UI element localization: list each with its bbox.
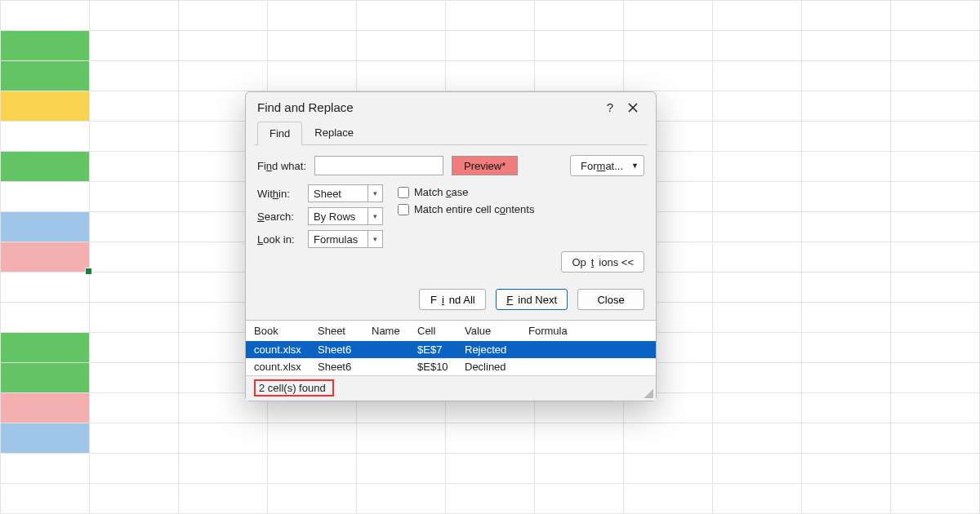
- col-cell[interactable]: Cell: [417, 325, 465, 337]
- table-row[interactable]: count.xlsx Sheet6 $E$7 Rejected: [246, 341, 656, 358]
- search-value: By Rows: [309, 210, 368, 223]
- tab-replace[interactable]: Replace: [302, 121, 366, 144]
- status-text: 2 cell(s) found: [254, 379, 334, 397]
- cell-name: [372, 343, 417, 356]
- chevron-down-icon: ▾: [368, 185, 382, 202]
- status-bar: 2 cell(s) found: [246, 375, 656, 401]
- cell-book: count.xlsx: [254, 361, 318, 373]
- col-value[interactable]: Value: [465, 325, 528, 337]
- match-entire-label: Match entire cell contents: [414, 203, 534, 215]
- lookin-value: Formulas: [309, 233, 368, 246]
- cell-formula: [528, 361, 648, 373]
- cell-book: count.xlsx: [254, 343, 318, 356]
- cell-cell: $E$10: [417, 361, 465, 373]
- search-dropdown[interactable]: By Rows▾: [308, 207, 383, 225]
- help-button[interactable]: ?: [599, 100, 621, 114]
- find-replace-dialog: Find and Replace ? Find Replace Find wha…: [245, 91, 657, 401]
- find-all-button[interactable]: Find All: [419, 289, 486, 310]
- tab-find[interactable]: Find: [257, 122, 302, 145]
- match-entire-checkbox[interactable]: Match entire cell contents: [398, 203, 534, 215]
- within-label: Within:: [257, 188, 301, 200]
- table-row[interactable]: count.xlsx Sheet6 $E$10 Declined: [246, 358, 656, 375]
- find-what-field[interactable]: [315, 160, 462, 172]
- within-dropdown[interactable]: Sheet▾: [308, 184, 383, 202]
- format-preview: Preview*: [452, 156, 518, 175]
- cell-value: Rejected: [465, 343, 528, 356]
- tab-strip: Find Replace: [254, 121, 648, 145]
- cell-sheet: Sheet6: [318, 361, 372, 373]
- search-label: Search:: [257, 210, 301, 223]
- within-value: Sheet: [309, 188, 368, 200]
- chevron-down-icon: ▼: [631, 162, 639, 170]
- match-case-label: Match case: [414, 186, 468, 198]
- chevron-down-icon: ▾: [368, 231, 382, 247]
- chevron-down-icon: ▾: [368, 208, 382, 224]
- lookin-dropdown[interactable]: Formulas▾: [308, 230, 383, 248]
- col-sheet[interactable]: Sheet: [318, 325, 372, 337]
- cell-name: [372, 361, 417, 373]
- resize-grip-icon[interactable]: [644, 388, 653, 398]
- format-button-label: Format...: [581, 160, 623, 172]
- col-name[interactable]: Name: [372, 325, 417, 337]
- format-button[interactable]: Format... ▼: [570, 155, 644, 176]
- lookin-label: Look in:: [257, 233, 301, 246]
- results-header: Book Sheet Name Cell Value Formula: [246, 321, 656, 341]
- options-button[interactable]: Options <<: [561, 251, 644, 273]
- close-icon[interactable]: [621, 102, 644, 113]
- find-what-label: Find what:: [257, 160, 306, 172]
- tab-find-label: Find: [270, 127, 290, 140]
- match-case-checkbox[interactable]: Match case: [398, 186, 534, 198]
- cell-sheet: Sheet6: [318, 343, 372, 356]
- close-button[interactable]: Close: [577, 289, 644, 310]
- col-formula[interactable]: Formula: [528, 325, 648, 337]
- cell-value: Declined: [465, 361, 528, 373]
- results-list: Book Sheet Name Cell Value Formula count…: [246, 320, 656, 375]
- cell-cell: $E$7: [417, 343, 465, 356]
- col-book[interactable]: Book: [254, 325, 318, 337]
- cell-formula: [528, 343, 648, 356]
- find-next-button[interactable]: Find Next: [496, 289, 568, 310]
- tab-replace-label: Replace: [314, 126, 354, 139]
- find-what-input[interactable]: ▾: [314, 156, 443, 175]
- dialog-title: Find and Replace: [257, 100, 354, 114]
